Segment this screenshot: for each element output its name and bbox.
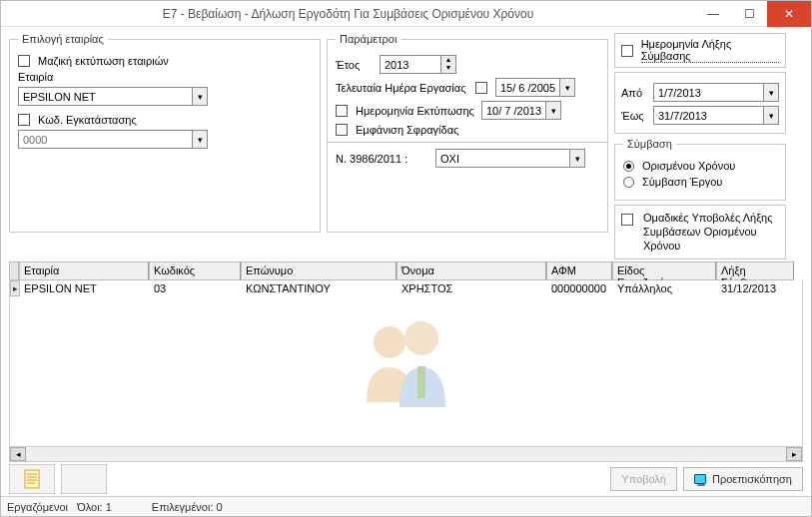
cell-afm: 000000000 [547,280,613,296]
minimize-button[interactable]: — [695,1,731,27]
col-surname[interactable]: Επώνυμο [241,261,397,280]
to-date[interactable]: 31/7/2013 ▾ [653,106,779,125]
bottom-toolbar: Υποβολή Προεπισκόπηση [1,462,811,496]
install-code-value: 0000 [19,134,192,146]
cell-expiry: 31/12/2013 [717,280,795,296]
from-date[interactable]: 1/7/2013 ▾ [653,83,779,102]
install-code-label: Κωδ. Εγκατάστασης [38,114,137,126]
params-fieldset: Παράμετροι Έτος 2013 ▲▼ Τελευταία Ημέρα … [327,33,608,233]
law-value: ΟΧΙ [436,153,569,165]
svg-rect-2 [417,366,425,398]
chevron-down-icon: ▾ [192,131,207,148]
mass-print-label: Μαζική εκτύπωση εταιριών [38,55,169,67]
spinner-arrows-icon: ▲▼ [440,56,455,73]
cell-name: ΧΡΗΣΤΟΣ [398,280,547,296]
scroll-right-icon[interactable]: ▸ [786,447,802,461]
chevron-down-icon: ▾ [569,150,584,167]
window-title: Ε7 - Βεβαίωση - Δήλωση Εργοδότη Για Συμβ… [1,7,695,21]
svg-point-0 [374,326,406,358]
end-date-label: Ημερομηνία Λήξης Σύμβασης [641,38,779,63]
chevron-down-icon: ▾ [545,102,560,119]
status-all: Όλοι: 1 [77,501,112,513]
company-legend: Επιλογή εταιρίας [18,33,108,45]
chevron-down-icon: ▾ [763,84,778,101]
show-stamp-label: Εμφάνιση Σφραγίδας [356,124,458,136]
cell-code: 03 [150,280,242,296]
col-kind[interactable]: Είδος Εργαζομένου [612,261,716,280]
preview-label: Προεπισκόπηση [712,473,792,485]
grid-body[interactable]: ▸ EPSILON NET 03 ΚΩΝΣΤΑΝΤΙΝΟΥ ΧΡΗΣΤΟΣ 00… [9,280,803,446]
params-legend: Παράμετροι [336,33,401,45]
last-workday-date[interactable]: 15/ 6 /2005 ▾ [495,78,575,97]
col-company[interactable]: Εταιρία [19,261,149,280]
horizontal-scrollbar[interactable]: ◂ ▸ [9,446,803,462]
print-date-checkbox[interactable] [336,105,348,117]
row-handle[interactable]: ▸ [10,280,20,296]
print-date-combo[interactable]: 10/ 7 /2013 ▾ [481,101,561,120]
to-label: Έως [621,110,649,122]
monitor-icon [694,474,706,484]
mass-print-checkbox[interactable] [18,55,30,67]
year-spinner[interactable]: 2013 ▲▼ [380,55,456,74]
install-code-combo[interactable]: 0000 ▾ [18,130,208,149]
cell-kind: Υπάλληλος [613,280,717,296]
install-code-checkbox[interactable] [18,114,30,126]
contract-fixed-radio[interactable] [623,161,634,172]
col-name[interactable]: Όνομα [397,261,546,280]
cell-surname: ΚΩΝΣΤΑΝΤΙΝΟΥ [242,280,398,296]
chevron-down-icon: ▾ [763,107,778,124]
contract-legend: Σύμβαση [623,138,676,150]
submit-button[interactable]: Υποβολή [610,467,677,491]
group-submit-checkbox[interactable] [621,214,633,226]
print-date-label: Ημερομηνία Εκτύπωσης [356,105,477,117]
company-label: Εταιρία [18,71,53,83]
group-submit-label: Ομαδικές Υποβολές Λήξης Συμβάσεων Ορισμέ… [643,212,779,253]
year-label: Έτος [336,59,376,71]
chevron-down-icon: ▾ [559,79,574,96]
last-workday-checkbox[interactable] [475,82,487,94]
table-row[interactable]: ▸ EPSILON NET 03 ΚΩΝΣΤΑΝΤΙΝΟΥ ΧΡΗΣΤΟΣ 00… [10,280,802,296]
titlebar: Ε7 - Βεβαίωση - Δήλωση Εργοδότη Για Συμβ… [1,1,811,27]
show-stamp-checkbox[interactable] [336,124,348,136]
date-range-box: Από 1/7/2013 ▾ Έως 31/7/2013 ▾ [614,72,786,134]
chevron-down-icon: ▾ [192,88,207,105]
from-label: Από [621,87,649,99]
preview-button[interactable]: Προεπισκόπηση [683,467,803,491]
close-button[interactable]: ✕ [767,1,811,27]
svg-rect-3 [25,470,39,488]
maximize-button[interactable]: ☐ [731,1,767,27]
year-value: 2013 [381,59,440,71]
statusbar: Εργαζόμενοι Όλοι: 1 Επιλεγμένοι: 0 [1,496,811,516]
row-handle-header [9,261,19,280]
group-submit-box: Ομαδικές Υποβολές Λήξης Συμβάσεων Ορισμέ… [614,205,786,259]
submit-label: Υποβολή [621,473,666,485]
people-watermark-icon [352,312,461,414]
contract-fieldset: Σύμβαση Ορισμένου Χρόνου Σύμβαση Έργου [614,138,786,201]
document-icon [23,469,41,489]
contract-project-label: Σύμβαση Έργου [642,176,722,188]
col-code[interactable]: Κωδικός [149,261,241,280]
to-value: 31/7/2013 [654,110,763,122]
col-afm[interactable]: ΑΦΜ [546,261,612,280]
law-label: Ν. 3986/2011 : [336,153,431,165]
status-selected: Επιλεγμένοι: 0 [152,501,223,513]
empty-tool-slot[interactable] [61,464,107,494]
from-value: 1/7/2013 [654,87,763,99]
document-icon-button[interactable] [9,464,55,494]
last-workday-label: Τελευταία Ημέρα Εργασίας [336,82,471,94]
contract-fixed-label: Ορισμένου Χρόνου [642,160,735,172]
company-combo[interactable]: EPSILON NET ▾ [18,87,208,106]
col-expiry[interactable]: Λήξη Σύμβασης [716,261,794,280]
print-date-value: 10/ 7 /2013 [482,105,545,117]
grid-header: Εταιρία Κωδικός Επώνυμο Όνομα ΑΦΜ Είδος … [9,261,803,280]
scroll-left-icon[interactable]: ◂ [10,447,26,461]
end-date-checkbox[interactable] [621,45,633,57]
end-date-check-group: Ημερομηνία Λήξης Σύμβασης [614,33,786,68]
last-workday-value: 15/ 6 /2005 [496,82,559,94]
status-employees-label: Εργαζόμενοι [7,501,68,513]
company-fieldset: Επιλογή εταιρίας Μαζική εκτύπωση εταιριώ… [9,33,321,233]
company-value: EPSILON NET [19,91,192,103]
law-combo[interactable]: ΟΧΙ ▾ [435,149,585,168]
contract-project-radio[interactable] [623,177,634,188]
svg-point-1 [405,321,438,355]
